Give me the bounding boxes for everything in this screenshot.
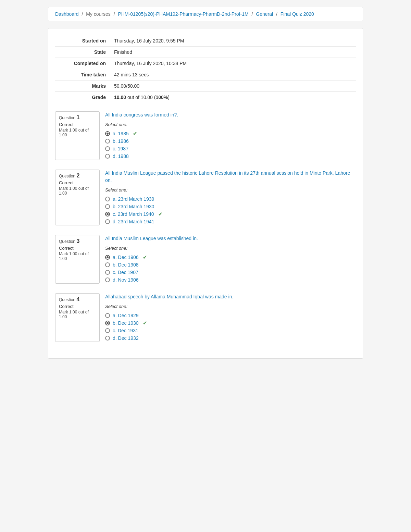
radio-unselected	[105, 262, 110, 267]
option-text: a. 23rd March 1939	[113, 196, 154, 202]
option-item: d. Nov 1906	[105, 276, 356, 284]
option-text: c. Dec 1907	[113, 270, 138, 275]
option-text: d. Nov 1906	[113, 277, 139, 283]
breadcrumb-sep-3: /	[252, 11, 254, 17]
radio-unselected	[105, 336, 110, 341]
radio-unselected	[105, 139, 110, 144]
question-status: Correct	[59, 180, 96, 185]
question-num-label: Question	[59, 115, 76, 120]
option-item: c. Dec 1931	[105, 327, 356, 334]
marks-value: 50.00/50.00	[110, 81, 356, 92]
question-num-label: Question	[59, 174, 76, 178]
question-text-4: Allahabad speech by Allama Muhammad Iqba…	[105, 293, 356, 300]
question-num-label: Question	[59, 239, 76, 244]
option-item: a. 23rd March 1939	[105, 195, 356, 203]
select-one-label-2: Select one:	[105, 187, 356, 193]
question-text-3: All India Muslim League was established …	[105, 235, 356, 242]
question-content-1: All India congress was formed in?.Select…	[105, 111, 356, 160]
started-on-value: Thursday, 16 July 2020, 9:55 PM	[110, 35, 356, 47]
option-item: b. 23rd March 1930	[105, 203, 356, 210]
state-value: Finished	[110, 47, 356, 58]
radio-unselected	[105, 313, 110, 318]
option-text: a. Dec 1906	[113, 255, 139, 260]
radio-unselected	[105, 270, 110, 275]
radio-selected	[105, 255, 110, 260]
option-text: c. 1987	[113, 146, 128, 151]
summary-row-state: State Finished	[55, 47, 356, 58]
check-mark-icon: ✔	[143, 320, 147, 326]
radio-unselected	[105, 204, 110, 209]
quiz-container: Started on Thursday, 16 July 2020, 9:55 …	[48, 28, 363, 359]
summary-row-marks: Marks 50.00/50.00	[55, 81, 356, 92]
question-mark: Mark 1.00 out of1.00	[59, 310, 96, 319]
options-list-1: a. 1985✔b. 1986c. 1987d. 1988	[105, 130, 356, 160]
check-mark-icon: ✔	[133, 131, 137, 136]
question-block-1: Question 1 Correct Mark 1.00 out of1.00 …	[55, 111, 356, 160]
option-item: c. Dec 1907	[105, 269, 356, 276]
option-item: b. 1986	[105, 137, 356, 145]
summary-row-grade: Grade 10.00 out of 10.00 (100%)	[55, 92, 356, 103]
question-content-3: All India Muslim League was established …	[105, 235, 356, 284]
question-num: 4	[76, 296, 79, 302]
options-list-2: a. 23rd March 1939b. 23rd March 1930c. 2…	[105, 195, 356, 225]
option-text: b. 1986	[113, 138, 129, 144]
question-content-4: Allahabad speech by Allama Muhammad Iqba…	[105, 293, 356, 342]
option-text: a. 1985	[113, 131, 129, 136]
breadcrumb-sep-4: /	[276, 11, 279, 17]
breadcrumb-course[interactable]: PHM-01205(s20)-PHAM192-Pharmacy-PharmD-2…	[118, 11, 248, 17]
option-text: b. Dec 1930	[113, 320, 139, 326]
option-item: a. Dec 1929	[105, 312, 356, 319]
option-text: d. 23rd March 1941	[113, 219, 154, 224]
option-item: c. 23rd March 1940✔	[105, 210, 356, 218]
radio-selected	[105, 131, 110, 136]
question-status: Correct	[59, 122, 96, 127]
question-status: Correct	[59, 304, 96, 309]
select-one-label-3: Select one:	[105, 246, 356, 251]
radio-selected	[105, 321, 110, 325]
grade-value: 10.00 out of 10.00 (100%)	[110, 92, 356, 103]
option-item: a. Dec 1906✔	[105, 253, 356, 261]
grade-percent-bold: 100%	[155, 95, 168, 100]
question-block-2: Question 2 Correct Mark 1.00 out of1.00 …	[55, 170, 356, 225]
question-mark: Mark 1.00 out of1.00	[59, 251, 96, 261]
radio-unselected	[105, 154, 110, 159]
question-meta-3: Question 3 Correct Mark 1.00 out of1.00	[55, 235, 100, 284]
breadcrumb-sep-2: /	[114, 11, 116, 17]
radio-unselected	[105, 197, 110, 201]
question-meta-2: Question 2 Correct Mark 1.00 out of1.00	[55, 170, 100, 225]
option-text: c. 23rd March 1940	[113, 211, 154, 217]
question-text-2: All India Muslim League passed the histo…	[105, 170, 356, 184]
select-one-label-4: Select one:	[105, 304, 356, 309]
option-text: d. 1988	[113, 153, 129, 159]
started-on-label: Started on	[55, 35, 110, 47]
radio-unselected	[105, 277, 110, 282]
radio-selected	[105, 212, 110, 216]
breadcrumb-quiz[interactable]: Final Quiz 2020	[281, 11, 314, 17]
breadcrumb-dashboard[interactable]: Dashboard	[55, 11, 79, 17]
question-text-1: All India congress was formed in?.	[105, 111, 356, 119]
grade-label: Grade	[55, 92, 110, 103]
questions-container: Question 1 Correct Mark 1.00 out of1.00 …	[55, 111, 356, 342]
options-list-4: a. Dec 1929b. Dec 1930✔c. Dec 1931d. Dec…	[105, 312, 356, 342]
question-num-label: Question	[59, 297, 76, 302]
option-item: d. 1988	[105, 152, 356, 160]
radio-unselected	[105, 146, 110, 151]
radio-unselected	[105, 219, 110, 224]
option-text: a. Dec 1929	[113, 313, 139, 318]
breadcrumb-mycourses: My courses	[86, 11, 111, 17]
option-text: b. 23rd March 1930	[113, 204, 154, 209]
completed-on-label: Completed on	[55, 58, 110, 69]
question-meta-4: Question 4 Correct Mark 1.00 out of1.00	[55, 293, 100, 342]
question-mark: Mark 1.00 out of1.00	[59, 186, 96, 196]
check-mark-icon: ✔	[143, 255, 147, 260]
option-item: b. Dec 1930✔	[105, 319, 356, 327]
option-item: c. 1987	[105, 145, 356, 152]
radio-unselected	[105, 328, 110, 333]
summary-row-time: Time taken 42 mins 13 secs	[55, 69, 356, 81]
breadcrumb-general[interactable]: General	[256, 11, 273, 17]
question-num: 3	[76, 238, 79, 244]
question-block-4: Question 4 Correct Mark 1.00 out of1.00 …	[55, 293, 356, 342]
options-list-3: a. Dec 1906✔b. Dec 1908c. Dec 1907d. Nov…	[105, 253, 356, 284]
question-content-2: All India Muslim League passed the histo…	[105, 170, 356, 225]
summary-table: Started on Thursday, 16 July 2020, 9:55 …	[55, 35, 356, 103]
